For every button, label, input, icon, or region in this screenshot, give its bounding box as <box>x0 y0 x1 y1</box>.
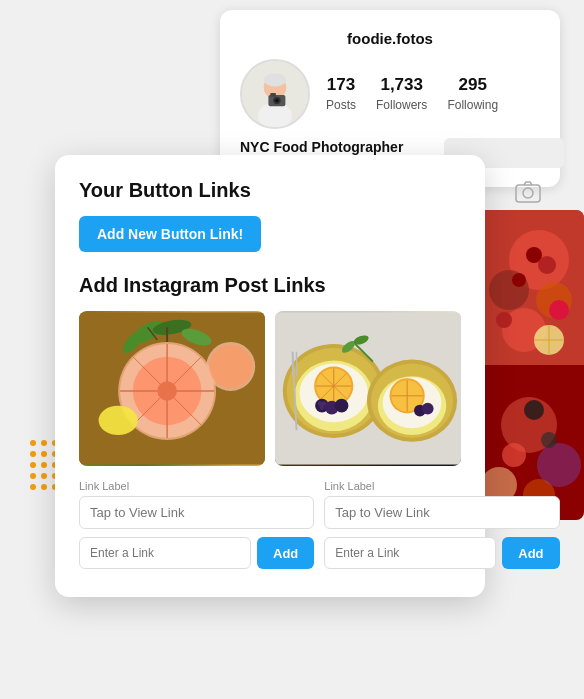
stat-followers: 1,733 Followers <box>376 75 427 113</box>
svg-point-18 <box>549 300 569 320</box>
dots-decoration <box>30 440 58 495</box>
section1-title: Your Button Links <box>79 179 461 202</box>
camera-icon-area <box>514 178 542 210</box>
profile-header: 173 Posts 1,733 Followers 295 Following <box>240 59 540 129</box>
svg-point-3 <box>264 73 287 86</box>
link-label-text-1: Link Label <box>79 480 314 492</box>
svg-point-16 <box>538 256 556 274</box>
svg-point-67 <box>320 405 325 410</box>
food-images-right <box>479 210 584 520</box>
link-url-input-2[interactable] <box>324 537 496 569</box>
link-label-text-2: Link Label <box>324 480 559 492</box>
posts-count: 173 <box>326 75 356 95</box>
svg-point-28 <box>541 432 557 448</box>
followers-count: 1,733 <box>376 75 427 95</box>
svg-point-19 <box>496 312 512 328</box>
posts-label: Posts <box>326 98 356 112</box>
food-image-right-top <box>479 210 584 365</box>
add-link-button-2[interactable]: Add <box>502 537 559 569</box>
svg-point-6 <box>275 99 279 103</box>
followers-label: Followers <box>376 98 427 112</box>
stat-posts: 173 Posts <box>326 75 356 113</box>
link-inputs-row: Link Label Add Link Label Add <box>79 480 461 569</box>
link-col-2: Link Label Add <box>324 480 559 569</box>
post-image-1 <box>79 311 265 466</box>
post-images-grid <box>79 311 461 466</box>
link-url-input-1[interactable] <box>79 537 251 569</box>
svg-point-43 <box>99 406 138 435</box>
main-card: Your Button Links Add New Button Link! A… <box>55 155 485 597</box>
section2-title: Add Instagram Post Links <box>79 274 461 297</box>
svg-rect-7 <box>270 93 276 97</box>
profile-username: foodie.fotos <box>240 30 540 47</box>
link-col-1: Link Label Add <box>79 480 314 569</box>
profile-avatar <box>240 59 310 129</box>
link-row-1: Add <box>79 537 314 569</box>
following-label: Following <box>447 98 498 112</box>
svg-point-9 <box>523 188 533 198</box>
add-button-link-button[interactable]: Add New Button Link! <box>79 216 261 252</box>
link-label-input-2[interactable] <box>324 496 559 529</box>
profile-stats: 173 Posts 1,733 Followers 295 Following <box>326 75 498 113</box>
post-col-1 <box>79 311 265 466</box>
svg-point-27 <box>524 400 544 420</box>
post-col-2 <box>275 311 461 466</box>
svg-point-40 <box>157 381 177 401</box>
post-image-2 <box>275 311 461 466</box>
svg-point-64 <box>335 399 349 413</box>
following-count: 295 <box>447 75 498 95</box>
stat-following: 295 Following <box>447 75 498 113</box>
svg-point-77 <box>422 403 434 415</box>
add-link-button-1[interactable]: Add <box>257 537 314 569</box>
svg-point-42 <box>209 345 252 388</box>
link-label-input-1[interactable] <box>79 496 314 529</box>
svg-point-17 <box>512 273 526 287</box>
link-row-2: Add <box>324 537 559 569</box>
svg-point-29 <box>502 443 526 467</box>
